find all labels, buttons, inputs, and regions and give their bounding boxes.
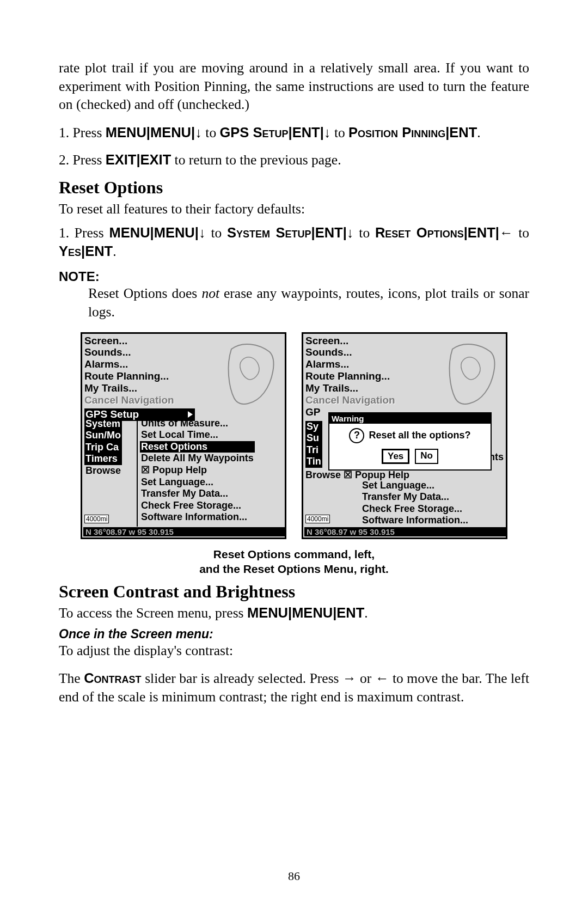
left-labels-short: Sy Su Tri Tin bbox=[305, 421, 322, 468]
subheading-once-in-screen: Once in the Screen menu: bbox=[59, 627, 529, 642]
coord-bar: N 36°08.97 w 95 30.915 bbox=[83, 527, 286, 536]
note-heading: NOTE: bbox=[59, 269, 529, 284]
page-number: 86 bbox=[0, 869, 588, 883]
screenshot-right: Screen... Sounds... Alarms... Route Plan… bbox=[302, 332, 507, 539]
top-menu: Screen... Sounds... Alarms... Route Plan… bbox=[84, 335, 174, 406]
top-menu: Screen... Sounds... Alarms... Route Plan… bbox=[305, 335, 395, 418]
map-illustration-icon bbox=[447, 338, 501, 414]
figure-row: Screen... Sounds... Alarms... Route Plan… bbox=[59, 332, 529, 539]
yes-button[interactable]: Yes bbox=[382, 449, 409, 464]
screen-access: To access the Screen menu, press MENU|ME… bbox=[59, 604, 529, 622]
figure-caption: Reset Options command, left, and the Res… bbox=[59, 547, 529, 577]
adjust-contrast-intro: To adjust the display's contrast: bbox=[59, 642, 529, 660]
browse-popup: Browse ☒ Popup Help bbox=[305, 469, 409, 481]
note-body: Reset Options does not erase any waypoin… bbox=[88, 284, 529, 321]
submenu: Units of Measure... Set Local Time... Re… bbox=[140, 418, 255, 523]
scale-badge: 4000mi bbox=[305, 515, 330, 523]
contrast-paragraph: The Contrast slider bar is already selec… bbox=[59, 669, 529, 706]
heading-reset-options: Reset Options bbox=[59, 178, 529, 198]
step-1-reset: 1. Press MENU|MENU|↓ to System Setup|ENT… bbox=[59, 224, 529, 260]
dialog-title: Warning bbox=[329, 413, 491, 424]
left-labels: System Sun/Mo Trip Ca Timers Browse bbox=[84, 418, 122, 477]
submenu-arrow-icon bbox=[188, 411, 193, 418]
scale-badge: 4000mi bbox=[84, 515, 109, 523]
map-illustration-icon bbox=[226, 338, 280, 414]
step-2-exit: 2. Press EXIT|EXIT to return to the prev… bbox=[59, 151, 529, 169]
warning-dialog: Warning ? Reset all the options? Yes No bbox=[328, 412, 492, 471]
dialog-message: Reset all the options? bbox=[369, 430, 470, 441]
step-1-gps: 1. Press MENU|MENU|↓ to GPS Setup|ENT|↓ … bbox=[59, 124, 529, 142]
submenu-lower: Set Language... Transfer My Data... Chec… bbox=[361, 480, 469, 527]
screenshot-left: Screen... Sounds... Alarms... Route Plan… bbox=[81, 332, 286, 539]
no-button[interactable]: No bbox=[415, 449, 438, 464]
intro-paragraph: rate plot trail if you are moving around… bbox=[59, 59, 529, 114]
question-icon: ? bbox=[349, 428, 364, 443]
coord-bar: N 36°08.97 w 95 30.915 bbox=[304, 527, 507, 536]
reset-intro: To reset all features to their factory d… bbox=[59, 200, 529, 218]
heading-screen-contrast: Screen Contrast and Brightness bbox=[59, 582, 529, 602]
